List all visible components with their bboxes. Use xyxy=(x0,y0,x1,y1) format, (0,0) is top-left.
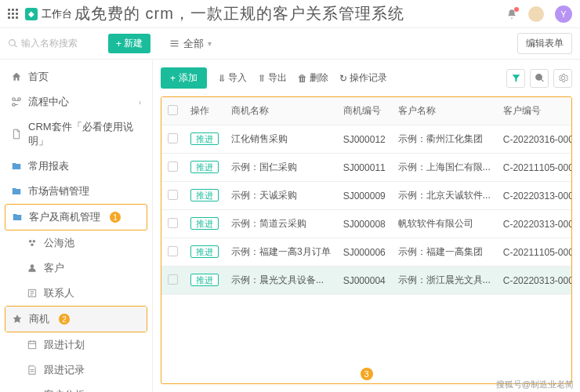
advance-button[interactable]: 推进 xyxy=(190,274,219,286)
settings-icon[interactable] xyxy=(553,69,572,88)
advance-button[interactable]: 推进 xyxy=(190,161,219,173)
svg-point-0 xyxy=(29,240,32,243)
advance-button[interactable]: 推进 xyxy=(190,217,219,230)
view-selector[interactable]: 全部▾ xyxy=(169,37,212,51)
sidebar-item[interactable]: 流程中心› xyxy=(0,89,152,114)
svg-point-2 xyxy=(31,244,34,247)
advance-button[interactable]: 推进 xyxy=(190,245,219,258)
sidebar-item[interactable]: CRM套件「必看使用说明」 xyxy=(0,114,152,154)
table-header: 商机编号 xyxy=(337,97,392,125)
table-row[interactable]: 推进示例：简道云采购SJ000008帆软软件有限公司C-20220313-000… xyxy=(161,210,572,238)
checkbox[interactable] xyxy=(168,162,178,172)
export-button[interactable]: ⥣ 导出 xyxy=(258,71,287,85)
delete-button[interactable]: 🗑 删除 xyxy=(298,71,328,85)
sidebar-item[interactable]: 公海池 xyxy=(0,230,152,256)
sidebar-item[interactable]: 商机2 xyxy=(5,307,147,332)
sidebar: 首页流程中心›CRM套件「必看使用说明」常用报表市场营销管理客户及商机管理1公海… xyxy=(0,60,153,392)
import-button[interactable]: ⥥ 导入 xyxy=(218,71,247,85)
table-header: 商机名称 xyxy=(225,97,337,125)
edit-form-button[interactable]: 编辑表单 xyxy=(517,33,572,54)
search-input[interactable]: 输入名称搜索 xyxy=(8,37,102,50)
avatar-user[interactable]: Y xyxy=(555,5,572,23)
search-icon[interactable] xyxy=(530,69,549,88)
advance-button[interactable]: 推进 xyxy=(190,189,219,201)
sidebar-item[interactable]: 客户及商机管理1 xyxy=(5,205,147,230)
svg-point-1 xyxy=(33,240,36,243)
annotation-badge-3: 3 xyxy=(361,368,373,380)
table-header: 客户名称 xyxy=(392,97,497,125)
sidebar-item[interactable]: 客户 xyxy=(0,256,152,281)
watermark: 搜狐号@制造业老简 xyxy=(496,379,574,390)
table-header xyxy=(161,97,184,125)
sidebar-item[interactable]: 联系人 xyxy=(0,281,152,306)
checkbox[interactable] xyxy=(168,218,178,228)
table-row[interactable]: 推进示例：福建一高3月订单SJ000006示例：福建一高集团C-20211105… xyxy=(161,238,572,267)
data-table: 操作商机名称商机编号客户名称客户编号客户联系人推进江化销售采购SJ000012示… xyxy=(161,96,572,384)
table-row[interactable]: 推进示例：国仁采购SJ000011示例：上海国仁有限...C-20211105-… xyxy=(161,154,572,182)
page-overlay-title: 成免费的 crm，一款正规的客户关系管理系统 xyxy=(74,3,404,24)
sidebar-item[interactable]: 跟进记录 xyxy=(0,358,152,383)
checkbox[interactable] xyxy=(168,190,178,200)
apps-icon[interactable] xyxy=(8,9,19,20)
table-row[interactable]: 推进示例：天诚采购SJ000009示例：北京天诚软件...C-20220313-… xyxy=(161,182,572,210)
sidebar-item[interactable]: 客户分析 xyxy=(0,383,152,392)
table-row[interactable]: 推进示例：晨光文具设备...SJ000004示例：浙江晨光文具...C-2022… xyxy=(161,267,572,295)
workspace-icon: ◆ xyxy=(25,8,38,20)
history-button[interactable]: ↻ 操作记录 xyxy=(339,71,387,85)
add-button[interactable]: +添加 xyxy=(161,67,207,89)
checkbox[interactable] xyxy=(168,133,178,143)
advance-button[interactable]: 推进 xyxy=(190,132,219,145)
sidebar-item[interactable]: 市场营销管理 xyxy=(0,179,152,204)
workspace-title: 工作台 xyxy=(42,7,72,21)
notification-icon[interactable] xyxy=(506,9,517,20)
table-row[interactable]: 推进江化销售采购SJ000012示例：衢州江化集团C-20220316-0000… xyxy=(161,125,572,154)
sidebar-item[interactable]: 首页 xyxy=(0,64,152,89)
checkbox[interactable] xyxy=(168,246,178,256)
avatar-small[interactable] xyxy=(528,6,544,22)
new-button[interactable]: +新建 xyxy=(108,34,150,53)
checkbox-all[interactable] xyxy=(168,105,178,115)
checkbox[interactable] xyxy=(168,274,178,285)
table-header: 客户编号 xyxy=(497,97,572,125)
filter-icon[interactable] xyxy=(506,69,525,88)
sidebar-item[interactable]: 跟进计划 xyxy=(0,332,152,358)
table-header: 操作 xyxy=(184,97,225,125)
sidebar-item[interactable]: 常用报表 xyxy=(0,154,152,179)
